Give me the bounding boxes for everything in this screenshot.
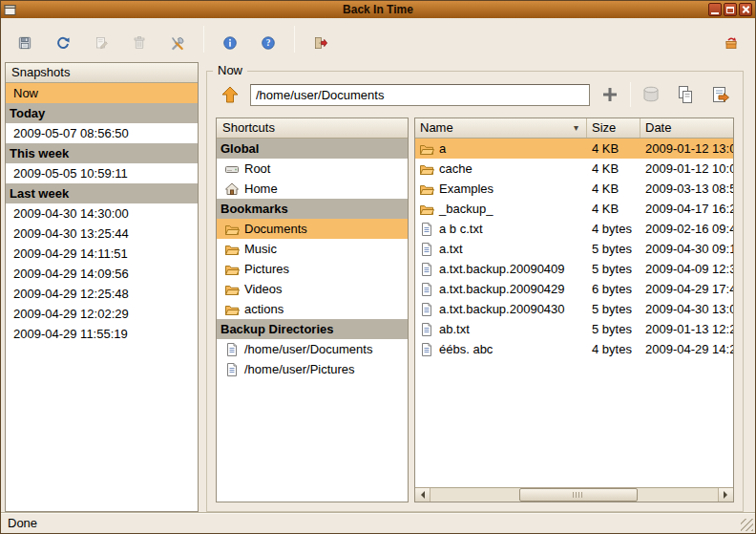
file-row[interactable]: Examples4 KB2009-03-13 08:58: bbox=[415, 179, 733, 199]
quit-button[interactable] bbox=[304, 24, 337, 54]
shortcut-item[interactable]: actions bbox=[217, 299, 408, 319]
file-row[interactable]: a.txt.backup.200904296 bytes2009-04-29 1… bbox=[415, 279, 733, 299]
file-size: 5 bytes bbox=[587, 319, 640, 339]
shortcut-item[interactable]: Home bbox=[217, 179, 408, 199]
snapshot-item[interactable]: Now bbox=[6, 83, 198, 103]
triangle-left-icon bbox=[417, 491, 425, 499]
file-row[interactable]: a.txt.backup.200904305 bytes2009-04-30 1… bbox=[415, 299, 733, 319]
shortcut-label: Home bbox=[244, 179, 278, 199]
quit-icon bbox=[313, 32, 328, 47]
file-date: 2009-02-16 09:49: bbox=[640, 219, 733, 239]
column-header-size[interactable]: Size bbox=[587, 118, 640, 138]
scroll-left-button[interactable] bbox=[415, 488, 430, 502]
folder-up-button[interactable] bbox=[216, 81, 244, 108]
snapshot-item[interactable]: 2009-05-05 10:59:11 bbox=[6, 163, 198, 183]
file-row[interactable]: a b c.txt4 bytes2009-02-16 09:49: bbox=[415, 219, 733, 239]
file-row[interactable]: a.txt.backup.200904095 bytes2009-04-09 1… bbox=[415, 259, 733, 279]
folder-icon bbox=[419, 182, 434, 197]
resize-grip[interactable] bbox=[741, 519, 753, 531]
shortcut-item[interactable]: /home/user/Pictures bbox=[217, 359, 408, 379]
snapshot-item[interactable]: 2009-04-29 12:02:29 bbox=[6, 304, 198, 324]
snapshots-column-header[interactable]: Snapshots bbox=[6, 63, 198, 83]
about-button[interactable] bbox=[214, 24, 246, 54]
file-size: 5 bytes bbox=[587, 239, 640, 259]
file-name-cell: _backup_ bbox=[415, 199, 587, 219]
snapshot-item[interactable]: 2009-04-30 14:30:00 bbox=[6, 203, 198, 224]
scroll-right-button[interactable] bbox=[718, 488, 733, 502]
file-row[interactable]: a4 KB2009-01-12 13:06: bbox=[415, 139, 733, 159]
minimize-button[interactable] bbox=[708, 3, 722, 16]
snapshot-item[interactable]: 2009-04-30 13:25:44 bbox=[6, 224, 198, 244]
titlebar[interactable]: Back In Time bbox=[1, 1, 755, 18]
browser-panes: Shortcuts GlobalRootHomeBookmarksDocumen… bbox=[216, 117, 734, 502]
close-button[interactable] bbox=[739, 3, 752, 16]
shortcut-group-header: Backup Directories bbox=[217, 319, 408, 339]
help-button[interactable]: ? bbox=[252, 24, 284, 54]
file-size: 4 bytes bbox=[587, 219, 640, 239]
file-name: a b c.txt bbox=[439, 219, 483, 239]
window-menu-icon[interactable] bbox=[4, 4, 16, 16]
copy-button[interactable] bbox=[671, 81, 700, 108]
snapshot-group-header: Today bbox=[6, 103, 198, 123]
shortcut-item[interactable]: Videos bbox=[217, 279, 408, 299]
snapshot-item[interactable]: 2009-04-29 12:25:48 bbox=[6, 284, 198, 304]
column-header-date[interactable]: Date bbox=[640, 118, 733, 138]
shortcut-item[interactable]: Pictures bbox=[217, 259, 408, 279]
statusbar: Done bbox=[1, 512, 755, 533]
file-size: 4 KB bbox=[587, 179, 640, 199]
shortcut-item[interactable]: /home/user/Documents bbox=[217, 339, 408, 359]
add-bookmark-button[interactable] bbox=[596, 81, 624, 108]
snapshot-label: 2009-04-29 14:11:51 bbox=[13, 246, 128, 261]
shortcut-item[interactable]: Music bbox=[217, 239, 408, 259]
file-name-cell: a.txt.backup.20090429 bbox=[415, 279, 587, 299]
file-size: 4 KB bbox=[587, 199, 640, 219]
file-size: 4 KB bbox=[587, 139, 640, 159]
separator bbox=[294, 26, 295, 53]
file-name-cell: cache bbox=[415, 159, 587, 179]
take-snapshot-button[interactable] bbox=[9, 24, 41, 54]
edit-icon bbox=[94, 32, 109, 47]
file-name-cell: a b c.txt bbox=[415, 219, 587, 239]
snapshot-item[interactable]: 2009-04-29 14:09:56 bbox=[6, 264, 198, 284]
file-row[interactable]: cache4 KB2009-01-12 10:03: bbox=[415, 159, 733, 179]
shortcut-item[interactable]: Documents bbox=[217, 219, 408, 239]
scrollbar-thumb[interactable] bbox=[519, 488, 637, 502]
column-header-name[interactable]: Name ▾ bbox=[415, 118, 587, 138]
file-icon bbox=[419, 282, 434, 297]
shortcut-group-header: Bookmarks bbox=[217, 199, 408, 219]
snapshot-item[interactable]: 2009-04-29 14:11:51 bbox=[6, 244, 198, 264]
file-name: éébs. abc bbox=[439, 339, 493, 359]
file-date: 2009-01-12 13:06: bbox=[640, 139, 733, 159]
path-input[interactable] bbox=[250, 84, 590, 106]
file-row[interactable]: _backup_4 KB2009-04-17 16:28: bbox=[415, 199, 733, 219]
now-frame-label: Now bbox=[213, 63, 247, 78]
snapshot-item[interactable]: 2009-05-07 08:56:50 bbox=[6, 123, 198, 143]
file-row[interactable]: a.txt5 bytes2009-04-30 09:17: bbox=[415, 239, 733, 259]
folder-icon bbox=[419, 161, 434, 177]
file-icon bbox=[419, 222, 434, 237]
file-row[interactable]: ab.txt5 bytes2009-01-13 12:29: bbox=[415, 319, 733, 339]
snapshot-label: 2009-04-30 14:30:00 bbox=[13, 206, 129, 221]
snapshot-group-header: Last week bbox=[6, 183, 198, 203]
file-row[interactable]: éébs. abc4 bytes2009-04-29 14:21: bbox=[415, 339, 733, 359]
settings-button[interactable] bbox=[161, 24, 194, 54]
shortcut-item[interactable]: Root bbox=[217, 159, 408, 179]
shortcuts-list: GlobalRootHomeBookmarksDocumentsMusicPic… bbox=[217, 139, 408, 502]
file-name: cache bbox=[439, 159, 472, 179]
scrollbar-track[interactable] bbox=[430, 488, 718, 502]
restore-file-button[interactable] bbox=[705, 81, 734, 108]
restore-button[interactable] bbox=[715, 24, 747, 54]
browser-region: Now Shortcuts GlobalRootHomeBookmarksDoc… bbox=[206, 62, 744, 512]
horizontal-scrollbar[interactable] bbox=[415, 487, 733, 502]
file-icon bbox=[419, 342, 434, 357]
shortcuts-column-header[interactable]: Shortcuts bbox=[217, 118, 408, 139]
maximize-button[interactable] bbox=[724, 3, 737, 16]
snapshot-name-button bbox=[85, 24, 117, 54]
snapshot-item[interactable]: 2009-04-29 11:55:19 bbox=[6, 324, 198, 344]
refresh-snapshots-button[interactable] bbox=[47, 24, 79, 54]
snapshot-group-header: This week bbox=[6, 143, 198, 163]
file-icon bbox=[419, 262, 434, 277]
sort-descending-icon: ▾ bbox=[574, 118, 578, 138]
restore-file-icon bbox=[709, 84, 730, 105]
main-toolbar: ? bbox=[1, 18, 755, 60]
